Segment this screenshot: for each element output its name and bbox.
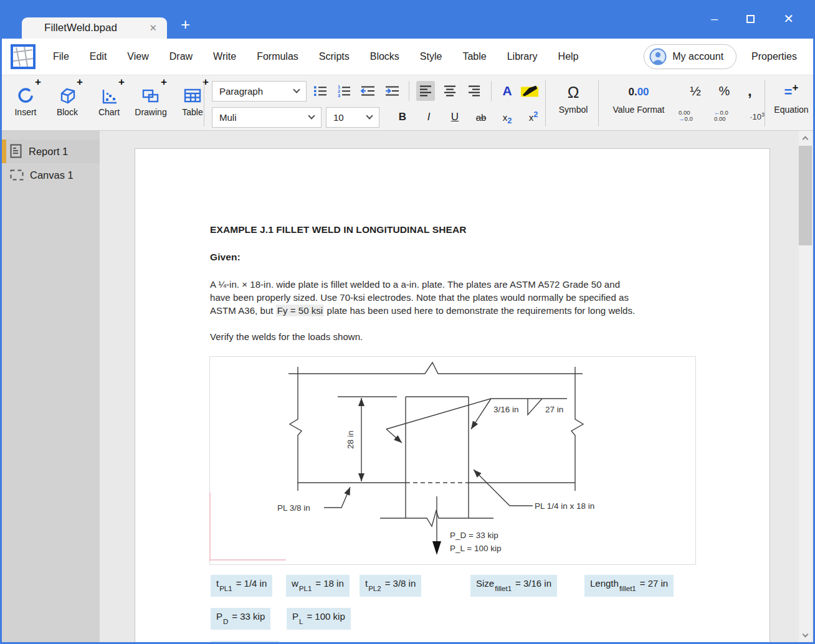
canvas-guide-horizontal: [210, 559, 286, 561]
toolbar-separator: [598, 80, 599, 126]
drawing-button[interactable]: + Drawing: [133, 80, 168, 117]
menu-help[interactable]: Help: [558, 51, 579, 62]
highlight-button[interactable]: [520, 81, 539, 101]
field-p-dead[interactable]: PD= 33 kip: [211, 608, 270, 630]
scroll-down-button[interactable]: [799, 628, 812, 642]
numbered-list-button[interactable]: 123: [335, 81, 353, 101]
given-label: Given:: [210, 252, 241, 263]
chevron-down-icon: [366, 112, 373, 119]
menubar: File Edit View Draw Write Formulas Scrip…: [2, 39, 813, 75]
underline-button[interactable]: U: [446, 107, 464, 127]
comma-button[interactable]: ,: [748, 88, 752, 94]
font-family-select[interactable]: Muli: [212, 107, 322, 128]
percent-button[interactable]: %: [719, 84, 730, 98]
menu-scripts[interactable]: Scripts: [319, 51, 350, 62]
tab-close-icon[interactable]: ✕: [146, 21, 160, 35]
superscript-button[interactable]: x2: [524, 107, 543, 127]
increase-decimal-button[interactable]: 0.00 →0.0: [679, 110, 693, 123]
new-tab-button[interactable]: +: [181, 16, 190, 32]
table-button[interactable]: + Table: [175, 80, 210, 117]
number-format-top-row: ½ % ,: [681, 80, 761, 102]
window-border: [0, 39, 2, 644]
chevron-down-icon: [293, 86, 300, 93]
fraction-button[interactable]: ½: [690, 83, 701, 98]
weld-figure[interactable]: 28 in 3/16 in 27 in PL 3/8 in PL 1/4 in …: [209, 356, 696, 565]
paragraph-style-select[interactable]: Paragraph: [212, 81, 307, 102]
plate-horizontal-label: PL 3/8 in: [277, 503, 310, 513]
field-p-live[interactable]: PL= 100 kip: [287, 608, 351, 630]
menu-properties[interactable]: Properties: [751, 51, 797, 62]
indent-button[interactable]: [383, 81, 401, 101]
align-left-button[interactable]: [416, 81, 435, 101]
vertical-scrollbar[interactable]: [799, 131, 812, 642]
chart-button[interactable]: + Chart: [92, 80, 126, 117]
canvas-icon: [10, 169, 24, 181]
field-size-fillet1[interactable]: Sizefillet1= 3/16 in: [470, 575, 557, 597]
maximize-button[interactable]: [746, 15, 755, 23]
dead-load-label: P_D = 33 kip: [450, 531, 498, 540]
minimize-button[interactable]: –: [711, 12, 718, 26]
symbol-button[interactable]: Ω Symbol: [551, 80, 595, 115]
outdent-button[interactable]: [358, 81, 377, 101]
app-window: FilletWeld.bpad ✕ + – ✕ File Edit View D…: [0, 0, 815, 644]
field-w-pl1[interactable]: wPL1= 18 in: [286, 575, 350, 597]
avatar-icon: [649, 48, 667, 65]
toolbar-separator: [204, 80, 204, 126]
value-format-icon: 0.00: [628, 80, 649, 105]
insert-icon: +: [16, 80, 36, 106]
my-account-label: My account: [672, 51, 723, 62]
fy-inline-value[interactable]: Fy = 50 ksi: [276, 305, 325, 316]
insert-group: + Insert + Block: [8, 80, 210, 117]
window-controls: – ✕: [711, 11, 794, 26]
equation-button[interactable]: =+ Equation: [770, 80, 813, 115]
menu-table[interactable]: Table: [462, 51, 486, 62]
decrease-decimal-button[interactable]: ←0.0 0.00: [714, 110, 728, 123]
bold-button[interactable]: B: [393, 107, 412, 127]
menu-blocks[interactable]: Blocks: [370, 51, 399, 62]
menu-write[interactable]: Write: [213, 51, 236, 62]
block-button[interactable]: + Block: [50, 80, 85, 117]
insert-button[interactable]: + Insert: [8, 80, 43, 117]
paragraph-line: A ¼-in. × 18-in. wide plate is fillet we…: [210, 278, 708, 291]
font-color-button[interactable]: A: [498, 81, 517, 101]
field-length-fillet1[interactable]: Lengthfillet1= 27 in: [584, 575, 674, 597]
live-load-label: P_L = 100 kip: [450, 544, 501, 553]
subscript-button[interactable]: x2: [498, 107, 517, 127]
value-format-button[interactable]: 0.00 Value Format: [604, 80, 674, 115]
verify-text: Verify the welds for the loads shown.: [210, 330, 363, 343]
menu-library[interactable]: Library: [507, 51, 538, 62]
document-page[interactable]: EXAMPLE J.1 FILLET WELD IN LONGITUDINAL …: [135, 148, 770, 642]
strikethrough-button[interactable]: ab: [472, 107, 490, 127]
sidebar-item-report[interactable]: Report 1: [2, 140, 100, 163]
field-t-pl2[interactable]: tPL2= 3/8 in: [360, 575, 421, 597]
bullet-list-button[interactable]: [311, 81, 330, 101]
align-right-button[interactable]: [465, 81, 484, 101]
document-viewport[interactable]: EXAMPLE J.1 FILLET WELD IN LONGITUDINAL …: [100, 131, 813, 642]
omega-icon: Ω: [568, 80, 579, 105]
scroll-up-button[interactable]: [799, 131, 812, 144]
menu-file[interactable]: File: [53, 51, 69, 62]
menu-view[interactable]: View: [127, 51, 148, 62]
menu-edit[interactable]: Edit: [90, 51, 107, 62]
equation-icon: =+: [784, 80, 799, 105]
my-account-button[interactable]: My account: [644, 44, 736, 69]
scientific-notation-button[interactable]: ·103: [750, 111, 765, 121]
sidebar-item-canvas[interactable]: Canvas 1: [2, 163, 100, 187]
menu-style[interactable]: Style: [420, 51, 442, 62]
align-center-button[interactable]: [441, 81, 459, 101]
field-t-pl1[interactable]: tPL1= 1/4 in: [211, 575, 272, 597]
close-window-button[interactable]: ✕: [783, 11, 794, 26]
font-format-row: Muli 10 B I U ab x2 x2: [212, 106, 543, 128]
menu-formulas[interactable]: Formulas: [257, 51, 298, 62]
scrollbar-thumb[interactable]: [799, 146, 812, 245]
toolbar-separator: [765, 80, 765, 126]
toolbar: + Insert + Block: [2, 75, 813, 131]
menu-items: File Edit View Draw Write Formulas Scrip…: [53, 51, 579, 62]
menu-draw[interactable]: Draw: [169, 51, 193, 62]
font-size-select[interactable]: 10: [326, 107, 379, 128]
italic-button[interactable]: I: [419, 107, 438, 127]
drawing-icon: +: [140, 80, 161, 106]
load-arrowhead: [432, 541, 441, 555]
svg-text:3: 3: [338, 93, 340, 98]
document-tab[interactable]: FilletWeld.bpad ✕: [22, 17, 167, 39]
